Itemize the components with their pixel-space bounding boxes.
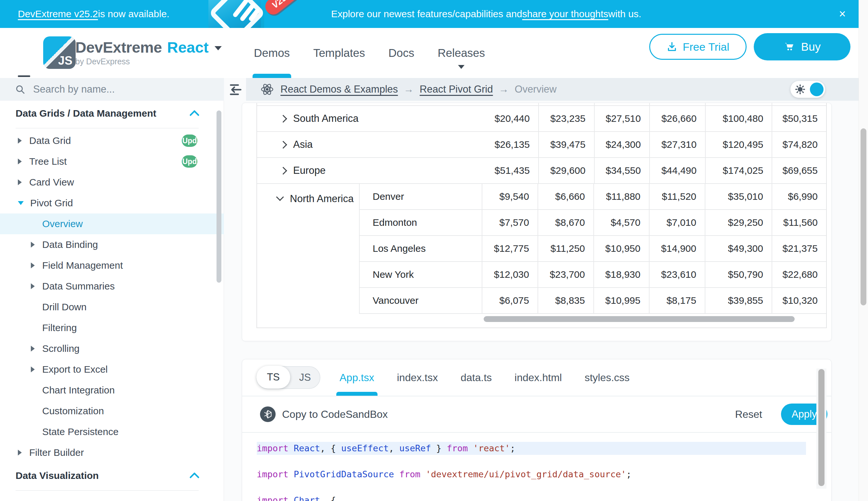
triangle-right-icon[interactable]: [18, 159, 22, 164]
sidebar-item-overview[interactable]: Overview: [0, 213, 224, 234]
pivot-value-cell: $26,660: [649, 106, 705, 131]
nav-item-docs[interactable]: Docs: [388, 28, 414, 78]
nav-item-releases[interactable]: Releases: [438, 28, 485, 78]
pivot-value-cell: $29,250: [705, 210, 772, 235]
code-token: [394, 469, 399, 479]
language-toggle[interactable]: TS JS: [256, 366, 320, 389]
copy-to-codesandbox-label[interactable]: Copy to CodeSandBox: [282, 408, 388, 420]
js-toggle-option[interactable]: JS: [290, 372, 320, 383]
sidebar-item-customization[interactable]: Customization: [0, 401, 224, 422]
triangle-right-icon[interactable]: [31, 263, 35, 268]
codesandbox-icon[interactable]: [260, 406, 276, 422]
file-tab-styles-css[interactable]: styles.css: [585, 359, 630, 396]
ts-toggle-option[interactable]: TS: [256, 366, 290, 388]
reset-button[interactable]: Reset: [735, 408, 762, 420]
share-thoughts-link[interactable]: share your thoughts: [522, 9, 608, 20]
code-scrollbar-thumb[interactable]: [818, 369, 824, 486]
pivot-value-cell: $39,475: [538, 132, 594, 157]
group-title: Data Grids / Data Management: [15, 108, 156, 119]
pivot-value-cell: $18,930: [593, 262, 649, 287]
banner-close-icon[interactable]: ×: [835, 7, 850, 21]
pivot-grid-demo-card: South America$20,440$23,235$27,510$26,66…: [242, 103, 832, 341]
pivot-region-cell[interactable]: South America: [257, 106, 482, 131]
triangle-right-icon[interactable]: [31, 346, 35, 352]
banner-release-rest: is now available.: [98, 9, 169, 20]
sidebar-item-label: Field Management: [42, 260, 123, 271]
code-editor[interactable]: import React, { useEffect, useRef } from…: [242, 433, 831, 501]
chevron-right-icon[interactable]: [279, 141, 287, 149]
sidebar-item-data-summaries[interactable]: Data Summaries: [0, 276, 224, 297]
sidebar-item-export-to-excel[interactable]: Export to Excel: [0, 359, 224, 380]
sidebar-item-label: State Persistence: [42, 426, 119, 437]
breadcrumb-link[interactable]: React Pivot Grid: [420, 84, 493, 95]
search-input[interactable]: [32, 83, 189, 96]
file-tab-App-tsx[interactable]: App.tsx: [340, 359, 374, 396]
pivot-region-cell-expanded[interactable]: North America: [257, 184, 360, 314]
pivot-value-cell: $6,660: [538, 184, 593, 209]
triangle-down-icon[interactable]: [18, 201, 24, 205]
breadcrumb: React Demos & Examples→React Pivot Grid→…: [281, 84, 557, 95]
breadcrumb-link[interactable]: React Demos & Examples: [281, 84, 398, 95]
sidebar: Data Grids / Data ManagementData GridUpd…: [0, 78, 224, 501]
horizontal-scrollbar-thumb[interactable]: [484, 316, 795, 322]
sidebar-scrollbar[interactable]: [217, 110, 221, 283]
sidebar-group-header[interactable]: Data Visualization: [0, 463, 224, 486]
sidebar-item-label: Pivot Grid: [30, 198, 73, 209]
sidebar-item-filter-builder[interactable]: Filter Builder: [0, 442, 224, 463]
file-tab-index-tsx[interactable]: index.tsx: [397, 359, 438, 396]
pivot-value-spacer: [482, 103, 538, 105]
file-tab-index-html[interactable]: index.html: [515, 359, 562, 396]
pivot-row-region: South America$20,440$23,235$27,510$26,66…: [257, 106, 826, 132]
window-scrollbar-thumb[interactable]: [860, 128, 866, 306]
sidebar-nav-tree: Data Grids / Data ManagementData GridUpd…: [0, 101, 224, 492]
pivot-region-cell[interactable]: Asia: [257, 132, 482, 157]
banner-release-link[interactable]: DevExtreme v25.2: [18, 9, 98, 20]
sidebar-item-label: Data Binding: [42, 239, 98, 250]
download-icon: [667, 41, 678, 52]
chevron-right-icon[interactable]: [279, 115, 287, 122]
chevron-down-icon[interactable]: [215, 46, 222, 50]
pivot-value-cell: $14,900: [649, 236, 705, 261]
pivot-value-cell: $4,570: [593, 210, 649, 235]
collapse-sidebar-icon[interactable]: [229, 83, 243, 96]
sidebar-item-card-view[interactable]: Card View: [0, 172, 224, 193]
sidebar-group-header[interactable]: Data Grids / Data Management: [0, 101, 224, 124]
chevron-right-icon[interactable]: [279, 167, 287, 174]
sidebar-item-data-grid[interactable]: Data GridUpd: [0, 130, 224, 151]
triangle-right-icon[interactable]: [18, 179, 22, 185]
sidebar-item-field-management[interactable]: Field Management: [0, 255, 224, 276]
nav-item-demos[interactable]: Demos: [254, 28, 290, 78]
sidebar-item-data-binding[interactable]: Data Binding: [0, 234, 224, 255]
pivot-row-city: Edmonton$7,570$8,670$4,570$7,010$29,250$…: [360, 210, 826, 236]
sidebar-item-drill-down[interactable]: Drill Down: [0, 297, 224, 318]
sidebar-item-scrolling[interactable]: Scrolling: [0, 338, 224, 359]
sidebar-item-tree-list[interactable]: Tree ListUpd: [0, 151, 224, 172]
sidebar-item-chart-integration[interactable]: Chart Integration: [0, 380, 224, 401]
file-tab-data-ts[interactable]: data.ts: [461, 359, 492, 396]
sidebar-item-state-persistence[interactable]: State Persistence: [0, 422, 224, 442]
pivot-row-clipped: [257, 103, 826, 106]
pivot-region-cell[interactable]: Europe: [257, 158, 482, 183]
breadcrumb-current: Overview: [515, 84, 557, 95]
devextreme-demos-page: DevExtreme v25.2 is now available. V25.2…: [0, 0, 868, 501]
theme-toggle[interactable]: [790, 81, 825, 98]
sidebar-item-filtering[interactable]: Filtering: [0, 318, 224, 338]
buy-button[interactable]: Buy: [754, 33, 850, 61]
triangle-right-icon[interactable]: [18, 450, 22, 456]
sidebar-item-pivot-grid[interactable]: Pivot Grid: [0, 193, 224, 213]
triangle-right-icon[interactable]: [31, 242, 35, 248]
nav-item-templates[interactable]: Templates: [313, 28, 365, 78]
free-trial-button[interactable]: Free Trial: [649, 34, 747, 60]
main-content: React Demos & Examples→React Pivot Grid→…: [224, 78, 859, 501]
triangle-right-icon[interactable]: [31, 283, 35, 289]
triangle-right-icon[interactable]: [18, 138, 22, 143]
pivot-value-cell: $7,010: [649, 210, 705, 235]
chevron-down-icon[interactable]: [276, 193, 284, 201]
pivot-value-cell: $7,570: [482, 210, 538, 235]
pivot-city-cell: Los Angeles: [360, 236, 482, 261]
framework-selector[interactable]: React: [167, 38, 209, 56]
triangle-right-icon[interactable]: [31, 366, 35, 372]
sidebar-item-label: Scrolling: [42, 343, 79, 354]
devextreme-js-logo[interactable]: JS: [43, 36, 76, 69]
sidebar-item-label: Drill Down: [42, 301, 87, 312]
